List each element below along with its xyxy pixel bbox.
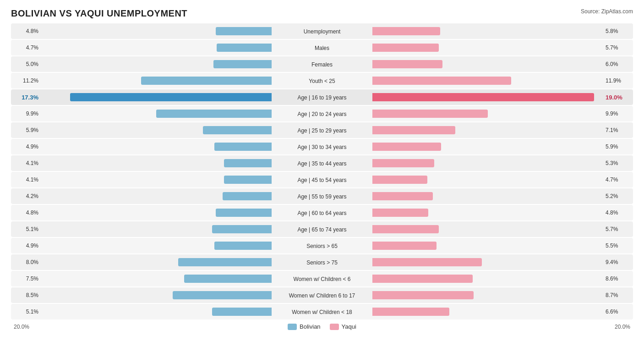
left-bar — [212, 225, 272, 233]
right-bar-wrap — [372, 110, 603, 118]
bolivian-color-box — [288, 324, 297, 330]
right-bar — [372, 159, 434, 167]
left-value: 5.9% — [14, 127, 41, 133]
left-bar-wrap — [41, 110, 272, 118]
bar-row: 4.9% Seniors > 65 5.5% — [11, 238, 633, 253]
scale-left: 20.0% — [14, 324, 41, 330]
right-bar-wrap — [372, 209, 603, 217]
left-value: 5.1% — [14, 308, 41, 315]
bar-row: 8.5% Women w/ Children 6 to 17 8.7% — [11, 287, 633, 303]
right-bar-wrap — [372, 192, 603, 200]
bar-row: 8.0% Seniors > 75 9.4% — [11, 254, 633, 270]
right-value: 6.6% — [603, 308, 630, 315]
row-label: Age | 30 to 34 years — [297, 144, 346, 150]
bar-row: 4.9% Age | 30 to 34 years 5.9% — [11, 139, 633, 154]
left-bar — [216, 209, 272, 217]
bolivian-label: Bolivian — [300, 323, 321, 330]
row-label-wrap: Women w/ Children < 6 — [272, 275, 372, 283]
row-label: Males — [315, 45, 329, 51]
row-label-wrap: Age | 65 to 74 years — [272, 225, 372, 233]
bar-row: 11.2% Youth < 25 11.9% — [11, 73, 633, 88]
row-label-wrap: Women w/ Children < 18 — [272, 308, 372, 316]
bar-row: 17.3% Age | 16 to 19 years 19.0% — [11, 89, 633, 105]
row-label: Age | 16 to 19 years — [297, 94, 346, 101]
right-bar-wrap — [372, 291, 603, 299]
right-bar-wrap — [372, 308, 603, 316]
left-bar — [217, 44, 272, 52]
bar-row: 5.1% Age | 65 to 74 years 5.7% — [11, 221, 633, 237]
row-label: Age | 55 to 59 years — [297, 193, 346, 200]
left-value: 4.8% — [14, 209, 41, 216]
bar-row: 4.8% Unemployment 5.8% — [11, 23, 633, 39]
bar-row: 5.1% Women w/ Children < 18 6.6% — [11, 304, 633, 319]
row-label: Seniors > 75 — [306, 259, 338, 266]
right-bar-wrap — [372, 159, 603, 167]
row-label-wrap: Age | 45 to 54 years — [272, 176, 372, 184]
bar-row: 4.1% Age | 35 to 44 years 5.3% — [11, 155, 633, 171]
row-label-wrap: Age | 30 to 34 years — [272, 143, 372, 151]
right-bar-wrap — [372, 27, 603, 35]
left-value: 7.5% — [14, 275, 41, 282]
right-bar-wrap — [372, 275, 603, 283]
right-value: 9.9% — [603, 110, 630, 117]
right-bar-wrap — [372, 258, 603, 266]
row-label: Age | 65 to 74 years — [297, 226, 346, 233]
left-value: 4.7% — [14, 44, 41, 51]
left-bar-wrap — [41, 159, 272, 167]
left-bar-wrap — [41, 192, 272, 200]
left-bar-wrap — [41, 242, 272, 250]
bar-row: 5.0% Females 6.0% — [11, 56, 633, 72]
yaqui-label: Yaqui — [342, 323, 356, 330]
left-value: 8.0% — [14, 259, 41, 265]
left-value: 9.9% — [14, 110, 41, 117]
row-label-wrap: Seniors > 65 — [272, 242, 372, 250]
right-bar-wrap — [372, 126, 603, 134]
row-label: Seniors > 65 — [306, 243, 338, 249]
yaqui-color-box — [330, 324, 339, 330]
chart-title: BOLIVIAN VS YAQUI UNEMPLOYMENT — [11, 8, 187, 19]
right-bar — [372, 308, 449, 316]
legend-bolivian: Bolivian — [288, 323, 321, 330]
right-value: 5.7% — [603, 226, 630, 232]
bar-row: 5.9% Age | 25 to 29 years 7.1% — [11, 122, 633, 138]
right-bar — [372, 275, 473, 283]
left-bar-wrap — [41, 225, 272, 233]
left-bar-wrap — [41, 143, 272, 151]
bar-row: 4.7% Males 5.7% — [11, 40, 633, 55]
left-bar — [224, 176, 272, 184]
left-bar — [214, 143, 272, 151]
left-bar-wrap — [41, 44, 272, 52]
left-bar — [214, 242, 272, 250]
left-value: 4.1% — [14, 176, 41, 183]
row-label: Age | 45 to 54 years — [297, 177, 346, 183]
left-bar-wrap — [41, 60, 272, 68]
right-bar — [372, 110, 488, 118]
right-bar — [372, 291, 474, 299]
left-value: 17.3% — [14, 94, 41, 101]
left-bar — [70, 93, 272, 101]
right-bar-wrap — [372, 93, 603, 101]
right-bar-wrap — [372, 60, 603, 68]
right-bar — [372, 242, 437, 250]
row-label: Women w/ Children 6 to 17 — [289, 292, 355, 299]
right-value: 5.7% — [603, 44, 630, 51]
right-bar-wrap — [372, 225, 603, 233]
left-bar-wrap — [41, 258, 272, 266]
left-value: 8.5% — [14, 292, 41, 298]
left-bar — [224, 159, 272, 167]
chart-body: 4.8% Unemployment 5.8% 4.7% Males — [11, 23, 633, 319]
row-label-wrap: Unemployment — [272, 27, 372, 35]
left-bar — [173, 291, 272, 299]
right-bar — [372, 93, 594, 101]
right-bar — [372, 176, 427, 184]
right-value: 5.5% — [603, 242, 630, 249]
left-value: 5.1% — [14, 226, 41, 232]
right-value: 5.9% — [603, 143, 630, 150]
right-value: 6.0% — [603, 61, 630, 67]
row-label: Age | 35 to 44 years — [297, 160, 346, 167]
left-bar — [213, 60, 272, 68]
left-value: 11.2% — [14, 77, 41, 84]
left-bar-wrap — [41, 176, 272, 184]
row-label: Age | 60 to 64 years — [297, 210, 346, 216]
chart-container: BOLIVIAN VS YAQUI UNEMPLOYMENT Source: Z… — [0, 0, 644, 341]
